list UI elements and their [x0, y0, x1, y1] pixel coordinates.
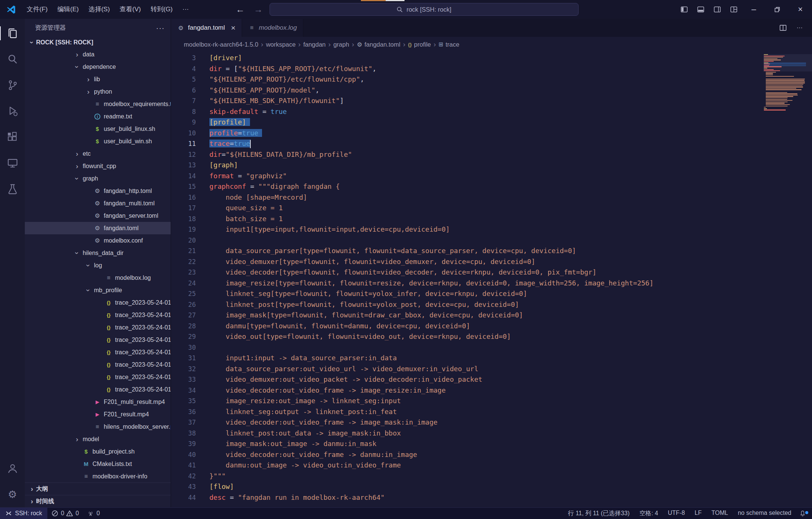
breadcrumb-item[interactable]: graph	[333, 41, 349, 48]
tree-item[interactable]: ›log	[25, 259, 171, 272]
tree-item[interactable]: ▶F201_multi_result.mp4	[25, 396, 171, 408]
close-button[interactable]: ×	[789, 0, 812, 19]
source-control-icon[interactable]	[0, 72, 25, 98]
tree-item[interactable]: ›etc	[25, 147, 171, 160]
code-text[interactable]: [driver]	[196, 53, 242, 64]
tree-item[interactable]: $build_project.sh	[25, 445, 171, 458]
code-text[interactable]: image_resize[type=flowunit, flowunit=res…	[196, 278, 653, 289]
code-text[interactable]: "${HILENS_APP_ROOT}/etc/flowunit/cpp",	[196, 74, 364, 85]
explorer-icon[interactable]	[0, 20, 25, 46]
account-icon[interactable]	[0, 455, 25, 481]
menu-item[interactable]: ···	[177, 0, 194, 19]
testing-icon[interactable]	[0, 176, 25, 202]
minimap[interactable]	[764, 54, 806, 111]
more-actions-icon[interactable]: ···	[792, 19, 807, 37]
tree-item[interactable]: ⚙modelbox.conf	[25, 234, 171, 247]
code-text[interactable]: linknet_seg:output -> linknet_post:in_fe…	[196, 407, 397, 417]
settings-gear-icon[interactable]: ⚙	[0, 481, 25, 507]
remote-indicator[interactable]: SSH: rock	[0, 508, 47, 519]
tree-item[interactable]: {}trace_2023-05-24-01-38-18.js...	[25, 358, 171, 371]
tree-item[interactable]: ›lib	[25, 73, 171, 85]
code-editor[interactable]: 3[driver]4dir = ["${HILENS_APP_ROOT}/etc…	[171, 52, 812, 507]
tree-item[interactable]: ›python	[25, 85, 171, 98]
notifications-bell[interactable]	[796, 510, 812, 517]
forward-arrow-icon[interactable]: →	[251, 4, 265, 15]
tree-item[interactable]: ›hilens_data_dir	[25, 247, 171, 259]
breadcrumb-item[interactable]: modelbox-rk-aarch64-1.5.0	[184, 41, 258, 48]
code-text[interactable]: linknet_seg[type=flowunit, flowunit=yolo…	[196, 288, 527, 299]
tree-item[interactable]: {}trace_2023-05-24-01-36-18.js...	[25, 334, 171, 346]
command-center-search[interactable]: rock [SSH: rock]	[270, 3, 579, 16]
tab-modelbox.log[interactable]: ≡modelbox.log	[242, 19, 303, 37]
code-text[interactable]: input1[type=input,flowunit=input,device=…	[196, 224, 450, 235]
back-arrow-icon[interactable]: ←	[233, 4, 247, 15]
code-text[interactable]: dir = ["${HILENS_APP_ROOT}/etc/flowunit"…	[196, 64, 376, 74]
code-text[interactable]: [profile]	[196, 117, 250, 128]
code-text[interactable]: trace=true	[196, 138, 251, 149]
status-item[interactable]: TOML	[707, 510, 733, 517]
code-text[interactable]: video_decoder:out_video_frame -> danmu:i…	[196, 449, 417, 460]
code-text[interactable]	[196, 235, 209, 246]
toggle-sidebar-icon[interactable]	[676, 0, 692, 19]
customize-layout-icon[interactable]	[726, 0, 742, 19]
code-text[interactable]: dir="${HILENS_DATA_DIR}/mb_profile"	[196, 149, 352, 160]
code-text[interactable]: video_decoder[type=flowunit, flowunit=vi…	[196, 267, 597, 278]
tree-item[interactable]: {}trace_2023-05-24-01-35-18.js...	[25, 321, 171, 334]
tree-item[interactable]: ›data	[25, 48, 171, 61]
tree-item[interactable]: ›flowunit_cpp	[25, 160, 171, 172]
split-editor-icon[interactable]	[775, 19, 791, 37]
tree-item[interactable]: ›mb_profile	[25, 284, 171, 296]
search-icon[interactable]	[0, 46, 25, 72]
code-text[interactable]: video_demuxer[type=flowunit, flowunit=vi…	[196, 256, 535, 267]
code-text[interactable]: batch_size = 1	[196, 214, 283, 225]
code-text[interactable]: data_source_parser[type=flowunit, flowun…	[196, 246, 576, 256]
toggle-panel-icon[interactable]	[692, 0, 709, 19]
tree-item[interactable]: ›graph	[25, 172, 171, 185]
code-text[interactable]: "${HILENS_MB_SDK_PATH}/flowunit"]	[196, 96, 344, 106]
breadcrumb-item[interactable]: {}profile	[408, 41, 431, 48]
tree-item[interactable]: ›model	[25, 433, 171, 445]
restore-button[interactable]	[765, 0, 789, 19]
code-text[interactable]: "${HILENS_APP_ROOT}/model",	[196, 85, 320, 96]
tree-item[interactable]: {}trace_2023-05-24-01-37-18.js...	[25, 346, 171, 358]
code-text[interactable]: video_demuxer:out_video_packet -> video_…	[196, 374, 482, 385]
code-text[interactable]: linknet_post[type=flowunit, flowunit=yol…	[196, 299, 519, 310]
tree-item[interactable]: ›dependence	[25, 61, 171, 73]
status-item[interactable]: 空格: 4	[635, 510, 663, 517]
menu-item[interactable]: 编辑(E)	[53, 0, 84, 19]
tree-item[interactable]: ⚙fangdan_http.toml	[25, 185, 171, 197]
tree-item[interactable]: ≡modelbox.log	[25, 272, 171, 284]
extensions-icon[interactable]	[0, 124, 25, 150]
run-debug-icon[interactable]	[0, 98, 25, 124]
code-text[interactable]: [flow]	[196, 481, 234, 492]
tab-fangdan.toml[interactable]: ⚙fangdan.toml×	[171, 19, 242, 37]
tree-item[interactable]: ⚙fangdan.toml	[25, 222, 171, 234]
tree-item[interactable]: {}trace_2023-05-24-01-39-24.js...	[25, 383, 171, 396]
code-text[interactable]: profile=true	[196, 128, 262, 139]
status-item[interactable]: no schema selected	[733, 510, 796, 517]
code-text[interactable]: format = "graphviz"	[196, 171, 287, 182]
breadcrumb-item[interactable]: workspace	[266, 41, 295, 48]
remote-explorer-icon[interactable]	[0, 150, 25, 176]
code-text[interactable]: input1:input -> data_source_parser:in_da…	[196, 353, 397, 364]
menu-item[interactable]: 转到(G)	[146, 0, 178, 19]
menu-item[interactable]: 查看(V)	[115, 0, 146, 19]
tree-item[interactable]: ▶F201_result.mp4	[25, 408, 171, 420]
code-text[interactable]: queue_size = 1	[196, 203, 283, 214]
code-text[interactable]: graphconf = """digraph fangdan {	[196, 181, 340, 192]
problems-indicator[interactable]: 0 0	[47, 510, 83, 517]
more-actions-icon[interactable]: ···	[156, 24, 165, 32]
code-text[interactable]: desc = "fangdan run in modelbox-rk-aarch…	[196, 492, 385, 503]
breadcrumb-item[interactable]: ⊞trace	[439, 41, 459, 48]
code-text[interactable]: image_mask:out_image -> danmu:in_mask	[196, 439, 376, 449]
code-text[interactable]: image_mask[type=flowunit, flowunit=draw_…	[196, 310, 523, 321]
tree-item[interactable]: $user_build_win.sh	[25, 135, 171, 147]
tree-item[interactable]: MCMakeLists.txt	[25, 458, 171, 470]
code-text[interactable]: danmu[type=flowunit, flowunit=danmu, dev…	[196, 321, 470, 332]
tree-item[interactable]: ireadme.txt	[25, 110, 171, 123]
status-item[interactable]: 行 11, 列 11 (已选择33)	[563, 510, 635, 517]
code-text[interactable]: [graph]	[196, 160, 238, 171]
code-text[interactable]: video_out[type=flowunit, flowunit=video_…	[196, 331, 511, 342]
tree-item[interactable]: ≡modelbox-driver-info	[25, 470, 171, 483]
menu-item[interactable]: 文件(F)	[22, 0, 53, 19]
